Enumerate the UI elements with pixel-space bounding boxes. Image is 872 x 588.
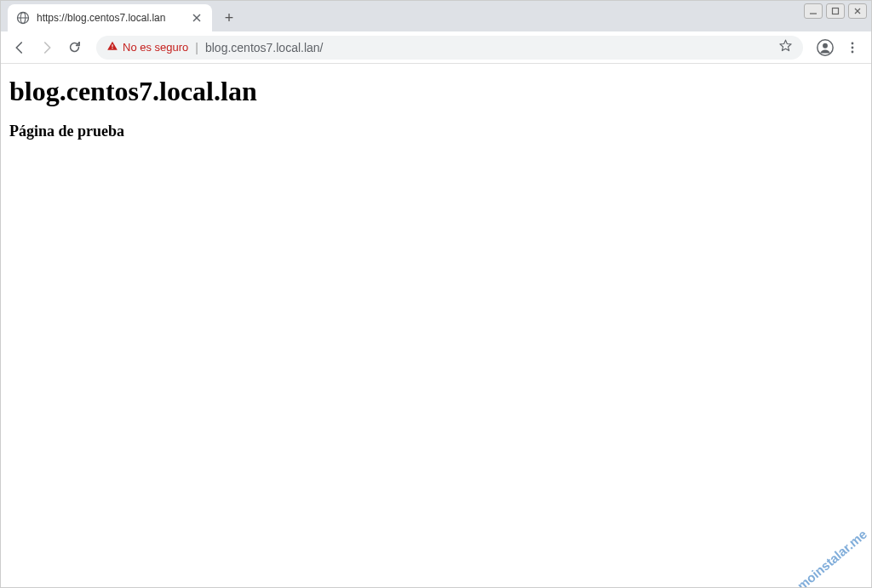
reload-button[interactable] — [62, 36, 86, 60]
new-tab-button[interactable]: + — [217, 6, 241, 30]
svg-point-12 — [823, 43, 828, 48]
page-content: blog.centos7.local.lan Página de prueba … — [1, 64, 871, 587]
warning-triangle-icon — [106, 40, 118, 54]
window-controls — [804, 3, 867, 19]
profile-button[interactable] — [813, 36, 837, 60]
maximize-button[interactable] — [826, 3, 845, 19]
svg-rect-10 — [112, 48, 112, 49]
bookmark-star-icon[interactable] — [778, 38, 793, 56]
globe-icon — [16, 11, 30, 25]
kebab-menu-icon[interactable] — [840, 36, 864, 60]
back-button[interactable] — [8, 36, 32, 60]
omnibox-divider: | — [195, 41, 198, 54]
tab-close-icon[interactable] — [190, 11, 204, 25]
toolbar: No es seguro | blog.centos7.local.lan/ — [1, 31, 871, 64]
svg-rect-9 — [112, 44, 112, 47]
address-bar[interactable]: No es seguro | blog.centos7.local.lan/ — [96, 36, 803, 60]
svg-point-15 — [852, 50, 854, 53]
svg-point-13 — [852, 42, 854, 44]
tab-bar: https://blog.centos7.local.lan + — [1, 1, 871, 31]
watermark-text: comoinstalar.me — [783, 527, 869, 587]
url-text: blog.centos7.local.lan/ — [205, 41, 772, 54]
page-subheading: Página de prueba — [9, 123, 863, 140]
svg-rect-1 — [833, 9, 839, 14]
svg-point-14 — [852, 46, 854, 49]
window-close-button[interactable] — [848, 3, 867, 19]
security-warning[interactable]: No es seguro — [106, 40, 188, 54]
minimize-button[interactable] — [804, 3, 823, 19]
browser-tab[interactable]: https://blog.centos7.local.lan — [8, 4, 212, 31]
forward-button[interactable] — [35, 36, 59, 60]
security-warning-text: No es seguro — [123, 41, 188, 54]
tab-title: https://blog.centos7.local.lan — [37, 12, 183, 24]
page-heading: blog.centos7.local.lan — [9, 76, 863, 107]
browser-window: https://blog.centos7.local.lan + No es s… — [0, 0, 872, 588]
